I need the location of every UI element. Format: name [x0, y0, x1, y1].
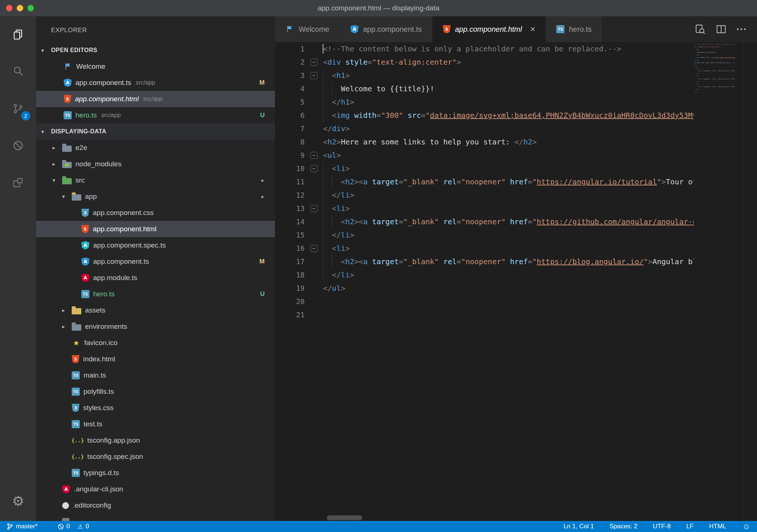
- tree-item[interactable]: TStypings.d.ts: [36, 465, 275, 481]
- tree-item[interactable]: ▸assets: [36, 302, 275, 318]
- code-line[interactable]: 19</ul>: [275, 282, 694, 295]
- status-bar-right: Ln 1, Col 1 Spaces: 2 UTF-8 LF HTML ☺: [563, 522, 750, 531]
- tree-item[interactable]: ▸e2e: [36, 140, 275, 156]
- git-branch-indicator[interactable]: master*: [7, 523, 38, 530]
- fold-icon[interactable]: −: [310, 59, 318, 66]
- feedback-smiley[interactable]: ☺: [743, 522, 750, 531]
- tree-item[interactable]: Aapp.component.spec.ts: [36, 237, 275, 253]
- indent-guide: [323, 175, 323, 188]
- code-line[interactable]: 4 Welcome to {{title}}!: [275, 82, 694, 95]
- folder-section-header[interactable]: ▾ DISPLAYING-DATA: [36, 123, 275, 140]
- language-mode[interactable]: HTML: [709, 523, 726, 530]
- open-editor-item[interactable]: 5app.component.htmlsrc/app: [36, 91, 275, 107]
- code-line[interactable]: 3− <h1>: [275, 69, 694, 82]
- line-number: 12: [275, 188, 305, 202]
- code-line[interactable]: 14 <h2><a target="_blank" rel="noopener"…: [275, 215, 694, 228]
- problems-indicator[interactable]: 0 ⚠ 0: [58, 523, 89, 530]
- tree-item[interactable]: {..}tsconfig.spec.json: [36, 449, 275, 465]
- code-editor[interactable]: 1<!--The content below is only a placeho…: [275, 42, 757, 521]
- tree-item[interactable]: Aapp.component.tsM: [36, 253, 275, 270]
- tab-app-component-html[interactable]: 5app.component.html×: [432, 16, 546, 42]
- zoom-window-button[interactable]: [27, 5, 34, 11]
- code-line[interactable]: 5 </h1>: [275, 95, 694, 109]
- tree-item[interactable]: [36, 514, 275, 521]
- code-line[interactable]: 12 </li>: [275, 188, 694, 202]
- chevron-right-icon: ▸: [52, 144, 62, 151]
- tree-item[interactable]: ▾app●: [36, 188, 275, 205]
- tree-item[interactable]: ★favicon.ico: [36, 335, 275, 351]
- open-editors-header[interactable]: ▾ OPEN EDITORS: [36, 42, 275, 58]
- minimap-line: <!--The content below is only a placehol…: [694, 43, 735, 45]
- activity-bar: 2 ⚙: [0, 16, 36, 521]
- minimap-line: </li>: [694, 72, 735, 75]
- tree-item[interactable]: 5app.component.html: [36, 221, 275, 237]
- fold-icon[interactable]: −: [310, 205, 318, 212]
- tab-hero-ts[interactable]: TShero.ts: [546, 16, 602, 42]
- line-number: 11: [275, 175, 305, 188]
- code-line[interactable]: 11 <h2><a target="_blank" rel="noopener"…: [275, 175, 694, 188]
- code-line[interactable]: 15 </li>: [275, 228, 694, 242]
- tree-item[interactable]: TShero.tsU: [36, 286, 275, 302]
- code-line[interactable]: 13− <li>: [275, 202, 694, 215]
- split-editor-button[interactable]: [716, 24, 727, 35]
- open-preview-button[interactable]: [695, 24, 706, 35]
- tree-item[interactable]: ▾src●: [36, 172, 275, 188]
- code-line[interactable]: 6 <img width="300" src="data:image/svg+x…: [275, 109, 694, 122]
- tree-item[interactable]: .editorconfig: [36, 497, 275, 514]
- fold-icon[interactable]: −: [310, 245, 318, 252]
- code-line[interactable]: 9−<ul>: [275, 149, 694, 162]
- minimize-window-button[interactable]: [17, 5, 23, 11]
- tree-item[interactable]: 3styles.css: [36, 400, 275, 416]
- code-line[interactable]: 17 <h2><a target="_blank" rel="noopener"…: [275, 255, 694, 268]
- horizontal-scrollbar-thumb[interactable]: [327, 515, 362, 520]
- open-editor-item[interactable]: TShero.tssrc/appU: [36, 107, 275, 123]
- tree-item[interactable]: TSpolyfills.ts: [36, 383, 275, 400]
- minimap[interactable]: <!--The content below is only a placehol…: [694, 43, 735, 521]
- explorer-activity-button[interactable]: [0, 18, 36, 51]
- tree-item[interactable]: ▸environments: [36, 318, 275, 335]
- ng-teal-icon: A: [81, 241, 89, 250]
- html-icon: 5: [81, 225, 89, 233]
- indentation-indicator[interactable]: Spaces: 2: [610, 523, 638, 530]
- tree-item[interactable]: 5index.html: [36, 351, 275, 367]
- tree-item[interactable]: Aapp.module.ts: [36, 270, 275, 286]
- tab-app-component-ts[interactable]: Aapp.component.ts: [340, 16, 432, 42]
- file-name: Welcome: [76, 62, 105, 71]
- warning-icon: ⚠: [78, 523, 83, 530]
- code-line[interactable]: 8<h2>Here are some links to help you sta…: [275, 135, 694, 149]
- close-tab-button[interactable]: ×: [530, 25, 535, 34]
- code-line[interactable]: 18 </li>: [275, 268, 694, 282]
- more-actions-button[interactable]: ···: [736, 24, 747, 35]
- code-line[interactable]: 2−<div style="text-align:center">: [275, 55, 694, 69]
- code-line[interactable]: 10− <li>: [275, 162, 694, 175]
- source-control-activity-button[interactable]: 2: [0, 92, 36, 125]
- fold-icon[interactable]: −: [310, 72, 318, 79]
- code-line[interactable]: 7</div>: [275, 122, 694, 135]
- cursor-position[interactable]: Ln 1, Col 1: [563, 523, 594, 530]
- code-line[interactable]: 20: [275, 295, 694, 308]
- settings-gear-button[interactable]: ⚙: [0, 485, 36, 517]
- open-editor-item[interactable]: Aapp.component.tssrc/appM: [36, 75, 275, 91]
- fold-icon[interactable]: −: [310, 152, 318, 159]
- eol-indicator[interactable]: LF: [686, 523, 693, 530]
- vertical-scrollbar[interactable]: [743, 42, 757, 521]
- chevron-right-icon: ▸: [52, 161, 62, 167]
- code-line[interactable]: 21: [275, 308, 694, 321]
- fold-icon[interactable]: −: [310, 165, 318, 172]
- tree-item[interactable]: TStest.ts: [36, 416, 275, 432]
- code-line[interactable]: 1<!--The content below is only a placeho…: [275, 42, 694, 55]
- debug-activity-button[interactable]: [0, 129, 36, 162]
- close-window-button[interactable]: [6, 5, 13, 11]
- encoding-indicator[interactable]: UTF-8: [653, 523, 671, 530]
- code-line[interactable]: 16− <li>: [275, 242, 694, 255]
- tab-welcome[interactable]: Welcome: [275, 16, 340, 42]
- search-activity-button[interactable]: [0, 55, 36, 88]
- extensions-activity-button[interactable]: [0, 167, 36, 199]
- tree-item[interactable]: ▸node_modules: [36, 156, 275, 172]
- tree-item[interactable]: TSmain.ts: [36, 367, 275, 383]
- tree-item[interactable]: 3app.component.css: [36, 205, 275, 221]
- tree-item[interactable]: A.angular-cli.json: [36, 481, 275, 497]
- tree-item[interactable]: {..}tsconfig.app.json: [36, 432, 275, 449]
- fold-column: [305, 188, 323, 202]
- open-editor-item[interactable]: Welcome: [36, 58, 275, 75]
